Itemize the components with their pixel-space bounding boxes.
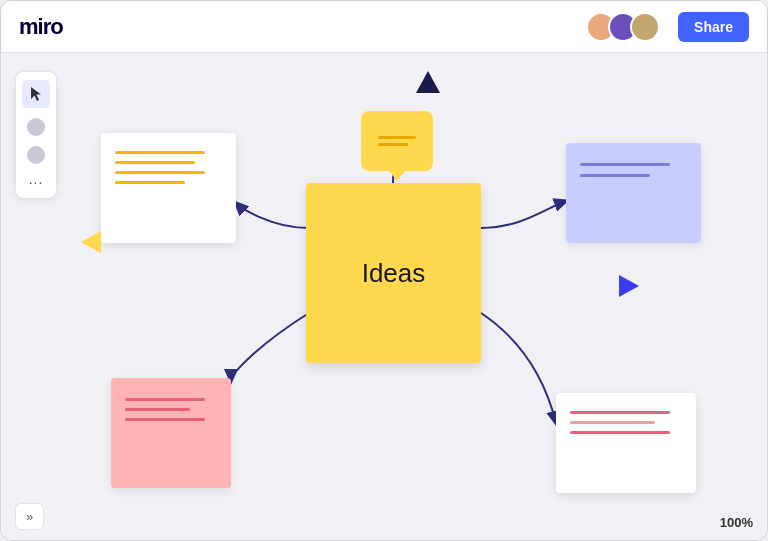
cursor-yellow-left [81, 231, 101, 253]
bottomleft-card [111, 378, 231, 488]
tool-circle1[interactable] [27, 118, 45, 136]
bl-line1 [125, 398, 205, 401]
line2 [378, 143, 408, 146]
top-speech-note [361, 111, 433, 171]
topleft-card [101, 133, 236, 243]
br-line1 [570, 411, 670, 414]
avatar-group [586, 12, 660, 42]
share-button[interactable]: Share [678, 12, 749, 42]
cursor-dark-top [416, 71, 440, 93]
bl-line2 [125, 408, 190, 411]
central-ideas-note[interactable]: Ideas [306, 183, 481, 363]
tr-line2 [580, 174, 650, 177]
tool-circle2[interactable] [27, 146, 45, 164]
zoom-level: 100% [720, 515, 753, 530]
expand-button[interactable]: » [15, 503, 44, 530]
tool-more[interactable]: ··· [29, 174, 44, 190]
br-line2 [570, 421, 655, 424]
header-bar: miro Share [1, 1, 767, 53]
tl-line1 [115, 151, 205, 154]
cursor-blue-right [619, 275, 639, 297]
topright-card [566, 143, 701, 243]
br-line3 [570, 431, 670, 434]
tr-line1 [580, 163, 670, 166]
miro-logo: miro [19, 14, 63, 40]
cursor-tool[interactable] [22, 80, 50, 108]
left-toolbar: ··· [15, 71, 57, 199]
expand-icon: » [26, 509, 33, 524]
line1 [378, 136, 416, 139]
bl-line3 [125, 418, 205, 421]
tl-line4 [115, 181, 185, 184]
tl-line3 [115, 171, 205, 174]
header-right-section: Share [586, 12, 749, 42]
avatar-user3 [630, 12, 660, 42]
canvas-area[interactable]: Ideas [1, 53, 767, 540]
top-note-lines [368, 130, 426, 152]
app-window: miro Share [0, 0, 768, 541]
tl-line2 [115, 161, 195, 164]
bottomright-card [556, 393, 696, 493]
ideas-text: Ideas [362, 258, 426, 289]
